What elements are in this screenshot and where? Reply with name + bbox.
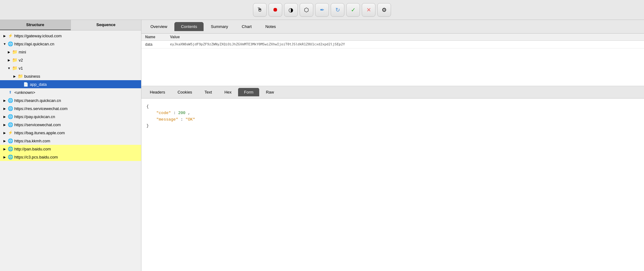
tree-label-pay-quickcan: https://pay.quickcan.cn (14, 114, 55, 119)
column-header-value: Value (170, 35, 640, 39)
tree-item-quickcan-api[interactable]: 🌐 https://api.quickcan.cn (0, 40, 141, 48)
code-key-code: "code" (156, 111, 171, 115)
tab-cookies[interactable]: Cookies (172, 88, 198, 96)
globe-icon-c3-pcs-baidu: 🌐 (7, 154, 13, 160)
tree-item-v2[interactable]: 📁 v2 (0, 56, 141, 64)
code-line-4: } (146, 123, 639, 129)
tree-label-sa-kkmh: https://sa.kkmh.com (14, 139, 50, 143)
tree-label-search-quickcan: https://search.quickcan.cn (14, 98, 61, 103)
globe-icon-pay-quickcan: 🌐 (7, 114, 13, 119)
tree-label-c3-pcs-baidu: https://c3.pcs.baidu.com (14, 155, 58, 159)
content-tab-bar: Overview Contents Summary Chart Notes (141, 20, 644, 34)
globe-icon-quickcan: 🌐 (7, 41, 13, 47)
tree-item-mini[interactable]: 📁 mini (0, 48, 141, 56)
row-name-data: data (145, 42, 170, 47)
tab-sequence[interactable]: Sequence (71, 20, 141, 30)
sidebar-tab-bar: Structure Sequence (0, 20, 141, 30)
tree-label-v1: v1 (19, 66, 23, 71)
check-button[interactable]: ✓ (346, 3, 360, 17)
tree-item-bag-itunes[interactable]: ⚡ https://bag.itunes.apple.com (0, 129, 141, 137)
sidebar: Structure Sequence ⚡ https://gateway.icl… (0, 20, 141, 271)
folder-icon-v2: 📁 (12, 57, 17, 63)
tree-item-servicewechat[interactable]: 🌐 https://servicewechat.com (0, 121, 141, 129)
tab-structure[interactable]: Structure (0, 20, 71, 30)
record-button[interactable]: ⏺ (269, 3, 282, 17)
pen-button[interactable]: ✒ (315, 3, 329, 17)
tree-item-search-quickcan[interactable]: 🌐 https://search.quickcan.cn (0, 96, 141, 104)
code-key-message: "message" (156, 117, 178, 122)
tab-raw[interactable]: Raw (260, 88, 280, 96)
settings-button[interactable]: ⚙ (377, 3, 391, 17)
tree-item-unknown[interactable]: ⬆ <unknown> (0, 88, 141, 96)
tree-arrow-pan-baidu (2, 147, 7, 151)
tree-arrow-icloud (2, 34, 7, 38)
open-brace: { (146, 104, 149, 109)
pointer-tool-button[interactable]: 🖱 (253, 3, 267, 17)
refresh-button[interactable]: ↻ (331, 3, 344, 17)
globe-icon-servicewechat: 🌐 (7, 122, 13, 127)
tree-label-business: business (24, 74, 40, 79)
tree-arrow-res-servicewechat (2, 106, 7, 111)
globe-icon-pan-baidu: 🌐 (7, 146, 13, 152)
folder-icon-business: 📁 (17, 73, 23, 79)
tree-item-icloud[interactable]: ⚡ https://gateway.icloud.com (0, 32, 141, 40)
tab-summary[interactable]: Summary (204, 22, 235, 31)
tab-hex[interactable]: Hex (218, 88, 237, 96)
row-value-data: eyJkaXN0aW5jdF9pZF9zZWNyZXQiOiJhZGVmMTE3… (170, 42, 640, 46)
tab-chart[interactable]: Chart (235, 22, 258, 31)
eraser-button[interactable]: ◑ (284, 3, 298, 17)
globe-icon-res-servicewechat: 🌐 (7, 106, 13, 111)
tree-item-v1[interactable]: 📁 v1 (0, 64, 141, 72)
tree-item-pan-baidu[interactable]: 🌐 http://pan.baidu.com (0, 145, 141, 153)
data-table-header: Name Value (141, 34, 644, 41)
tree-arrow-bag-itunes (2, 131, 7, 135)
code-value-message: "OK" (186, 117, 195, 122)
tree-label-unknown: <unknown> (14, 90, 35, 95)
bottom-section: Headers Cookies Text Hex Form Raw { "cod… (141, 86, 644, 271)
tree-label-res-servicewechat: https://res.servicewechat.com (14, 106, 67, 111)
tab-notes[interactable]: Notes (259, 22, 283, 31)
close-brace: } (146, 123, 149, 128)
tab-text[interactable]: Text (199, 88, 218, 96)
tree-arrow-v2 (7, 58, 11, 62)
folder-icon-mini: 📁 (12, 49, 17, 55)
code-line-1: { (146, 103, 639, 110)
tree-arrow-sa-kkmh (2, 139, 7, 143)
tab-overview[interactable]: Overview (144, 22, 174, 31)
tree-item-res-servicewechat[interactable]: 🌐 https://res.servicewechat.com (0, 104, 141, 113)
tree-arrow-mini (7, 50, 11, 54)
tab-headers[interactable]: Headers (144, 88, 171, 96)
lightning-icon: ⚡ (7, 33, 13, 39)
tree-item-app-data[interactable]: 📄 app_data (0, 80, 141, 88)
globe-icon-search-quickcan: 🌐 (7, 98, 13, 103)
code-view: { "code" : 200 , "message" : "OK" } (141, 99, 644, 271)
tab-contents[interactable]: Contents (174, 22, 204, 31)
tools-button[interactable]: ✕ (362, 3, 375, 17)
tree-item-c3-pcs-baidu[interactable]: 🌐 https://c3.pcs.baidu.com (0, 153, 141, 161)
table-row: data eyJkaXN0aW5jdF9pZF9zZWNyZXQiOiJhZGV… (141, 41, 644, 48)
tree-item-pay-quickcan[interactable]: 🌐 https://pay.quickcan.cn (0, 113, 141, 121)
empty-table-area (141, 48, 644, 86)
tree-arrow-quickcan (2, 42, 7, 46)
shape-button[interactable]: ⬡ (300, 3, 313, 17)
tree-label-servicewechat: https://servicewechat.com (14, 122, 61, 127)
sidebar-tree: ⚡ https://gateway.icloud.com 🌐 https://a… (0, 30, 141, 271)
code-line-2: "code" : 200 , (146, 110, 639, 117)
tree-arrow-business (12, 74, 17, 78)
tree-arrow-c3-pcs-baidu (2, 155, 7, 159)
bottom-tab-bar: Headers Cookies Text Hex Form Raw (141, 86, 644, 99)
lightning-icon-bag-itunes: ⚡ (7, 130, 13, 136)
tab-form[interactable]: Form (238, 88, 259, 96)
tree-arrow-search-quickcan (2, 98, 7, 103)
tree-label-quickcan: https://api.quickcan.cn (14, 42, 54, 46)
code-line-3: "message" : "OK" (146, 117, 639, 123)
data-table: Name Value data eyJkaXN0aW5jdF9pZF9zZWNy… (141, 34, 644, 86)
upload-icon-unknown: ⬆ (7, 90, 13, 95)
tree-item-business[interactable]: 📁 business (0, 72, 141, 80)
tree-arrow-servicewechat (2, 122, 7, 127)
tree-item-sa-kkmh[interactable]: 🌐 https://sa.kkmh.com (0, 137, 141, 145)
content-area: Overview Contents Summary Chart Notes Na… (141, 20, 644, 271)
column-header-name: Name (145, 35, 170, 39)
tree-label-pan-baidu: http://pan.baidu.com (14, 147, 51, 151)
folder-icon-v1: 📁 (12, 65, 17, 71)
